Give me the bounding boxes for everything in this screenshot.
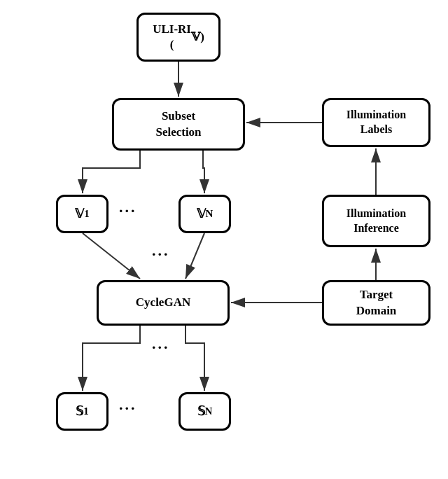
- sn-box: 𝕊N: [178, 392, 231, 431]
- cyclegan-box: CycleGAN: [97, 280, 230, 326]
- dots-below-v: ···: [152, 245, 170, 263]
- s1-box: 𝕊1: [56, 392, 108, 431]
- diagram: ULI-RI(𝕍) SubsetSelection 𝕍1 𝕍N CycleGAN…: [0, 0, 448, 479]
- dots-below-cyclegan: ···: [152, 338, 170, 356]
- illumination-inference-box: IlluminationInference: [322, 195, 430, 247]
- illumination-labels-box: IlluminationLabels: [322, 98, 430, 147]
- vn-box: 𝕍N: [178, 195, 231, 233]
- svg-line-3: [83, 233, 140, 279]
- svg-line-4: [186, 233, 204, 279]
- dots-s-mid: ···: [119, 399, 137, 417]
- subset-selection-box: SubsetSelection: [112, 98, 245, 151]
- v1-box: 𝕍1: [56, 195, 108, 233]
- dots-v-mid: ···: [119, 202, 137, 220]
- target-domain-box: TargetDomain: [322, 280, 430, 326]
- uli-ri-box: ULI-RI(𝕍): [136, 13, 220, 62]
